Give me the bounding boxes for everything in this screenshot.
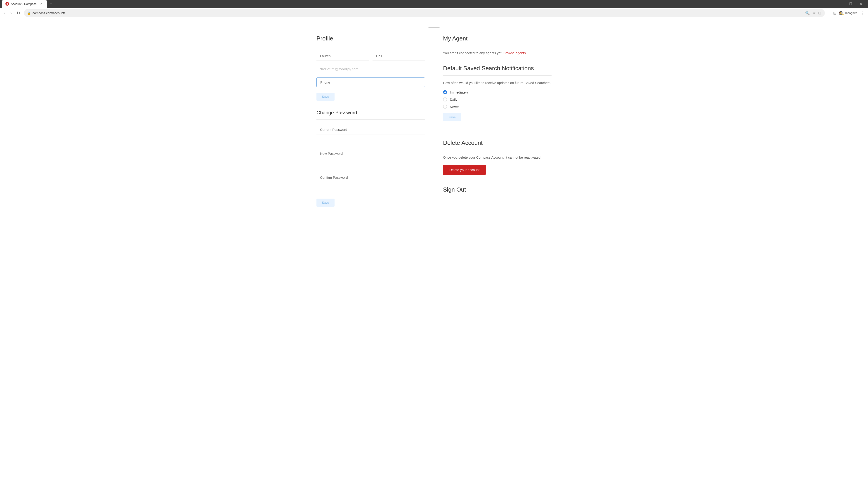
new-tab-button[interactable]: + (48, 0, 54, 7)
my-agent-title: My Agent (443, 35, 552, 42)
extensions-icon[interactable]: ⊞ (818, 10, 822, 15)
back-button[interactable]: ‹ (3, 10, 7, 16)
sign-out-title: Sign Out (443, 186, 552, 193)
last-name-input[interactable] (373, 51, 425, 61)
change-password-title: Change Password (316, 110, 425, 116)
agent-description-text: You aren't connected to any agents yet. (443, 51, 502, 55)
address-bar-icons: 🔍 ☆ ⊞ (805, 10, 822, 15)
address-bar-row: ‹ › ↻ 🔒 compass.com/account/ 🔍 ☆ ⊞ ⊞ 🕵 I… (0, 8, 868, 18)
new-password-label: New Password (316, 149, 425, 158)
reload-button[interactable]: ↻ (16, 10, 22, 17)
incognito-label: Incognito (845, 11, 857, 15)
profile-section-title: Profile (316, 35, 425, 42)
close-button[interactable]: ✕ (856, 0, 866, 7)
delete-section-title: Delete Account (443, 139, 552, 147)
change-password-section: Change Password Current Password New Pas… (316, 110, 425, 207)
password-save-button[interactable]: Save (316, 199, 335, 207)
delete-account-button[interactable]: Delete your account (443, 165, 486, 175)
first-name-input[interactable] (316, 51, 369, 61)
notifications-save-button[interactable]: Save (443, 113, 461, 121)
url-display: compass.com/account/ (33, 11, 803, 15)
maximize-button[interactable]: ❐ (845, 0, 856, 7)
radio-dot-immediately (443, 90, 447, 94)
sign-out-section: Sign Out (443, 186, 552, 193)
lock-icon: 🔒 (27, 11, 31, 15)
search-icon[interactable]: 🔍 (805, 10, 810, 15)
tab-title: Account - Compass (11, 2, 36, 6)
radio-dot-never (443, 105, 447, 109)
browser-menu-button[interactable]: ⋮ (860, 10, 865, 17)
profile-section: Profile 9ad5c571@moodjoy.com Save (316, 35, 425, 101)
active-tab[interactable]: Account - Compass ✕ (2, 0, 47, 8)
address-bar[interactable]: 🔒 compass.com/account/ 🔍 ☆ ⊞ (24, 9, 825, 17)
confirm-password-label: Confirm Password (316, 173, 425, 182)
radio-immediately[interactable]: Immediately (443, 90, 552, 94)
my-agent-section: My Agent You aren't connected to any age… (443, 35, 552, 56)
incognito-area: 🕵 Incognito (839, 11, 857, 15)
delete-divider (443, 150, 552, 150)
notifications-divider (443, 75, 552, 76)
browse-agents-link[interactable]: Browse agents. (503, 51, 527, 55)
notifications-radio-group: Immediately Daily Never (443, 90, 552, 109)
minimize-button[interactable]: ─ (835, 0, 845, 7)
notifications-title: Default Saved Search Notifications (443, 65, 552, 72)
scroll-bar (428, 27, 440, 28)
email-display: 9ad5c571@moodjoy.com (316, 64, 425, 74)
current-password-label: Current Password (316, 125, 425, 134)
radio-label-immediately: Immediately (450, 90, 468, 94)
profile-save-button[interactable]: Save (316, 93, 335, 101)
scroll-indicator (0, 27, 868, 28)
phone-input[interactable] (316, 77, 425, 87)
delete-description: Once you delete your Compass Account, it… (443, 155, 552, 160)
delete-account-section: Delete Account Once you delete your Comp… (443, 139, 552, 175)
password-divider (316, 119, 425, 120)
page-content: Profile 9ad5c571@moodjoy.com Save Change… (0, 18, 868, 479)
tab-close-button[interactable]: ✕ (39, 2, 43, 6)
radio-daily[interactable]: Daily (443, 97, 552, 101)
notifications-description: How often would you like to receive upda… (443, 80, 552, 86)
forward-button[interactable]: › (9, 10, 13, 16)
incognito-icon: 🕵 (839, 11, 844, 15)
radio-dot-daily (443, 97, 447, 101)
browser-frame: Account - Compass ✕ + ─ ❐ ✕ ‹ › ↻ 🔒 comp… (0, 0, 868, 18)
window-controls: ─ ❐ ✕ (835, 0, 866, 7)
profile-extension-icon[interactable]: ⊞ (833, 11, 837, 15)
radio-label-never: Never (450, 105, 459, 109)
radio-label-daily: Daily (450, 98, 457, 101)
notifications-section: Default Saved Search Notifications How o… (443, 65, 552, 130)
tab-favicon (5, 2, 9, 6)
name-row (316, 51, 425, 61)
right-column: My Agent You aren't connected to any age… (443, 35, 552, 207)
bookmark-icon[interactable]: ☆ (812, 10, 816, 15)
radio-never[interactable]: Never (443, 105, 552, 109)
main-layout: Profile 9ad5c571@moodjoy.com Save Change… (298, 35, 569, 207)
svg-point-0 (6, 2, 8, 5)
left-column: Profile 9ad5c571@moodjoy.com Save Change… (316, 35, 425, 207)
tab-bar: Account - Compass ✕ + ─ ❐ ✕ (0, 0, 868, 8)
agent-description: You aren't connected to any agents yet. … (443, 51, 552, 56)
